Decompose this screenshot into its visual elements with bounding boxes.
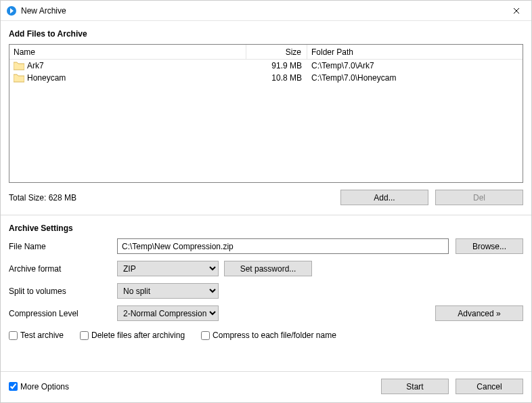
compression-level-label: Compression Level: [9, 309, 117, 318]
titlebar: New Archive: [1, 1, 531, 21]
file-name-label: File Name: [9, 242, 117, 251]
close-button[interactable]: [501, 1, 531, 20]
archive-format-select[interactable]: ZIP: [117, 261, 219, 276]
compress-each-checkbox[interactable]: Compress to each file/folder name: [201, 331, 336, 340]
file-name: Ark7: [27, 61, 44, 70]
file-name-input[interactable]: [117, 238, 449, 254]
folder-icon: [14, 61, 24, 70]
delete-after-label: Delete files after archiving: [91, 331, 185, 340]
column-header-path[interactable]: Folder Path: [307, 45, 523, 59]
more-options-checkbox[interactable]: More Options: [9, 382, 69, 391]
test-archive-label: Test archive: [20, 331, 64, 340]
file-size: 10.8 MB: [246, 73, 307, 83]
set-password-button[interactable]: Set password...: [224, 261, 312, 276]
total-size: Total Size: 628 MB: [9, 193, 76, 203]
file-size: 91.9 MB: [246, 61, 307, 70]
test-archive-checkbox[interactable]: Test archive: [9, 331, 64, 340]
window-title: New Archive: [21, 6, 501, 16]
browse-button[interactable]: Browse...: [456, 238, 523, 254]
column-header-name[interactable]: Name: [9, 45, 246, 59]
file-row[interactable]: Honeycam 10.8 MB C:\Temp\7.0\Honeycam: [9, 72, 523, 84]
split-label: Split to volumes: [9, 287, 117, 296]
folder-icon: [14, 73, 24, 83]
file-name: Honeycam: [27, 73, 66, 83]
file-list: Name Size Folder Path Ark7 91.9 MB C:\Te…: [9, 44, 523, 183]
advanced-button[interactable]: Advanced »: [435, 305, 523, 321]
compression-level-select[interactable]: 2-Normal Compression: [117, 305, 219, 321]
file-path: C:\Temp\7.0\Honeycam: [307, 73, 523, 83]
del-button[interactable]: Del: [435, 190, 523, 205]
cancel-button[interactable]: Cancel: [456, 379, 523, 394]
file-path: C:\Temp\7.0\Ark7: [307, 61, 523, 70]
archive-format-label: Archive format: [9, 264, 117, 274]
compress-each-label: Compress to each file/folder name: [213, 331, 336, 340]
split-select[interactable]: No split: [117, 283, 219, 299]
archive-settings-heading: Archive Settings: [9, 224, 523, 233]
add-button[interactable]: Add...: [340, 190, 428, 205]
column-header-size[interactable]: Size: [246, 45, 307, 59]
more-options-label: More Options: [20, 382, 69, 391]
delete-after-checkbox[interactable]: Delete files after archiving: [80, 331, 185, 340]
app-icon: [6, 5, 17, 16]
add-files-heading: Add Files to Archive: [9, 29, 523, 39]
file-list-body[interactable]: Ark7 91.9 MB C:\Temp\7.0\Ark7 Honeycam 1…: [9, 60, 523, 182]
start-button[interactable]: Start: [381, 379, 449, 394]
file-list-header: Name Size Folder Path: [9, 45, 523, 60]
file-row[interactable]: Ark7 91.9 MB C:\Temp\7.0\Ark7: [9, 60, 523, 72]
